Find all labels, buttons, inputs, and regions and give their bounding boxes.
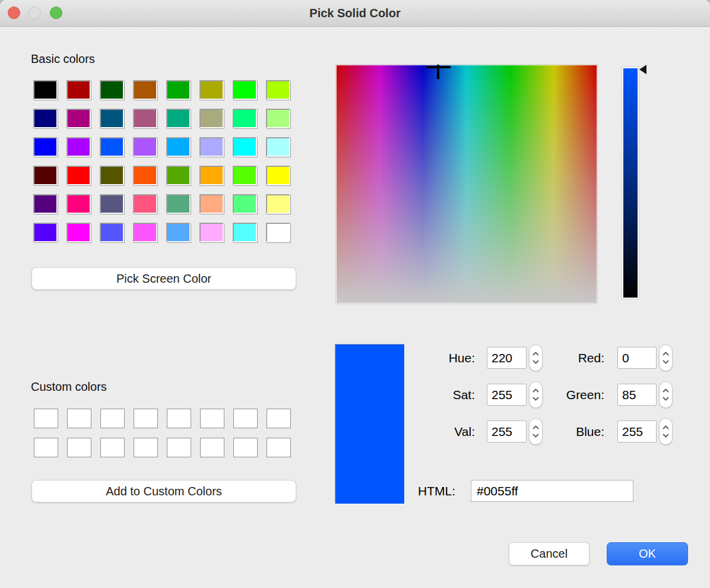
- hue-spin-down-button[interactable]: [530, 360, 542, 365]
- basic-color-swatch[interactable]: [166, 166, 191, 185]
- blue-spin-up-button[interactable]: [660, 425, 672, 430]
- custom-color-swatch[interactable]: [34, 409, 58, 428]
- basic-color-swatch[interactable]: [199, 109, 224, 128]
- basic-color-swatch[interactable]: [199, 223, 224, 242]
- basic-color-swatch[interactable]: [66, 80, 91, 100]
- red-spin-down-button[interactable]: [660, 360, 672, 365]
- zoom-window-button[interactable]: [50, 7, 62, 19]
- custom-color-swatch[interactable]: [200, 409, 224, 428]
- red-label: Red:: [539, 350, 604, 366]
- val-spinner: [529, 418, 543, 445]
- basic-color-swatch[interactable]: [66, 223, 91, 242]
- hue-saturation-map[interactable]: [335, 64, 598, 304]
- basic-color-swatch[interactable]: [166, 137, 191, 157]
- sat-label: Sat:: [410, 387, 475, 403]
- basic-color-swatch[interactable]: [66, 137, 91, 157]
- basic-color-swatch[interactable]: [133, 223, 157, 242]
- basic-color-swatch[interactable]: [100, 80, 124, 100]
- basic-color-swatch[interactable]: [233, 166, 257, 185]
- close-window-button[interactable]: [8, 7, 20, 19]
- sat-spin-up-button[interactable]: [530, 388, 542, 393]
- basic-color-swatch[interactable]: [199, 80, 224, 100]
- green-spin-up-button[interactable]: [660, 388, 672, 393]
- basic-color-swatch[interactable]: [166, 109, 191, 128]
- basic-color-swatch[interactable]: [133, 137, 157, 157]
- minimize-window-button: [28, 7, 41, 19]
- pick-screen-color-button[interactable]: Pick Screen Color: [31, 267, 296, 290]
- custom-color-swatch[interactable]: [267, 409, 291, 428]
- basic-color-swatch[interactable]: [66, 166, 91, 185]
- pick-solid-color-dialog: Pick Solid Color Basic colors Pick Scree…: [0, 0, 710, 588]
- basic-color-swatch[interactable]: [199, 194, 224, 214]
- custom-color-swatch[interactable]: [200, 438, 224, 457]
- basic-color-swatch[interactable]: [100, 109, 124, 128]
- custom-color-swatch[interactable]: [67, 438, 91, 457]
- custom-color-swatch[interactable]: [167, 409, 191, 428]
- custom-color-swatch[interactable]: [34, 438, 58, 457]
- basic-color-swatch[interactable]: [266, 194, 290, 214]
- blue-input[interactable]: [617, 421, 657, 442]
- basic-color-swatch[interactable]: [100, 137, 124, 157]
- custom-color-swatch[interactable]: [134, 438, 158, 457]
- basic-color-swatch[interactable]: [33, 194, 58, 214]
- green-spin-down-button[interactable]: [660, 397, 672, 402]
- custom-color-swatch[interactable]: [233, 438, 258, 457]
- basic-color-swatch[interactable]: [266, 80, 290, 100]
- blue-spin-down-button[interactable]: [660, 434, 672, 438]
- red-spin-up-button[interactable]: [660, 352, 672, 356]
- basic-color-swatch[interactable]: [133, 166, 157, 185]
- basic-color-swatch[interactable]: [266, 137, 290, 157]
- basic-color-swatch[interactable]: [233, 137, 257, 157]
- basic-color-swatch[interactable]: [266, 109, 290, 128]
- basic-color-swatch[interactable]: [100, 223, 124, 242]
- basic-color-swatch[interactable]: [33, 80, 58, 100]
- cancel-button[interactable]: Cancel: [509, 542, 589, 565]
- basic-color-swatch[interactable]: [233, 194, 257, 214]
- custom-color-swatch[interactable]: [267, 438, 291, 457]
- basic-color-swatch[interactable]: [233, 80, 257, 100]
- basic-color-swatch[interactable]: [33, 223, 58, 242]
- basic-color-swatch[interactable]: [166, 223, 191, 242]
- basic-color-swatch[interactable]: [233, 109, 257, 128]
- basic-color-swatch[interactable]: [133, 109, 157, 128]
- basic-color-swatch[interactable]: [100, 166, 124, 185]
- custom-color-swatch[interactable]: [233, 409, 258, 428]
- basic-color-swatch[interactable]: [199, 137, 224, 157]
- custom-color-swatch[interactable]: [134, 409, 158, 428]
- basic-color-swatch[interactable]: [33, 109, 58, 128]
- basic-color-swatch[interactable]: [233, 223, 257, 242]
- basic-color-swatch[interactable]: [66, 109, 91, 128]
- basic-color-swatch[interactable]: [100, 194, 124, 214]
- basic-color-swatch[interactable]: [166, 194, 191, 214]
- val-spin-down-button[interactable]: [530, 434, 542, 438]
- hue-input[interactable]: [487, 347, 527, 369]
- basic-color-swatch[interactable]: [33, 137, 58, 157]
- custom-color-swatch[interactable]: [100, 438, 125, 457]
- html-input[interactable]: [471, 480, 633, 502]
- basic-color-swatch[interactable]: [66, 194, 91, 214]
- basic-colors-label: Basic colors: [31, 52, 95, 66]
- val-spin-up-button[interactable]: [530, 425, 542, 430]
- red-input[interactable]: [617, 347, 657, 369]
- sat-input[interactable]: [487, 384, 527, 406]
- hue-spin-up-button[interactable]: [530, 352, 542, 356]
- custom-color-swatch[interactable]: [67, 409, 91, 428]
- sat-spin-down-button[interactable]: [530, 397, 542, 402]
- basic-color-swatch[interactable]: [266, 166, 290, 185]
- basic-color-swatch[interactable]: [33, 166, 58, 185]
- value-slider[interactable]: [622, 67, 639, 299]
- ok-button[interactable]: OK: [607, 542, 688, 565]
- basic-color-swatch[interactable]: [266, 223, 290, 242]
- selected-color-preview: [335, 344, 405, 504]
- basic-color-swatch[interactable]: [133, 80, 157, 100]
- basic-color-swatch[interactable]: [133, 194, 157, 214]
- custom-color-swatch[interactable]: [100, 409, 125, 428]
- basic-color-swatch[interactable]: [199, 166, 224, 185]
- green-input[interactable]: [617, 384, 657, 406]
- add-to-custom-colors-button[interactable]: Add to Custom Colors: [31, 480, 296, 502]
- basic-color-swatch[interactable]: [166, 80, 191, 100]
- window-title: Pick Solid Color: [0, 0, 710, 26]
- custom-color-swatch[interactable]: [167, 438, 191, 457]
- val-input[interactable]: [487, 421, 527, 442]
- slider-arrow-icon[interactable]: [639, 65, 646, 74]
